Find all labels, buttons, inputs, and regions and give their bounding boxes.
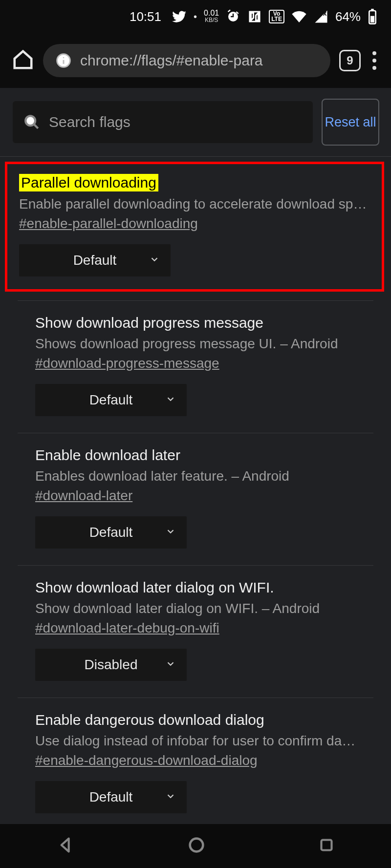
flag-hash-link[interactable]: #download-later-debug-on-wifi <box>35 620 219 636</box>
svg-rect-10 <box>322 840 332 850</box>
flag-description: Shows download progress message UI. – An… <box>35 336 356 352</box>
search-input[interactable] <box>49 114 302 130</box>
back-button[interactable] <box>56 835 75 857</box>
flag-hash-link[interactable]: #enable-parallel-downloading <box>19 216 198 232</box>
flag-title: Enable download later <box>35 447 180 464</box>
browser-toolbar: chrome://flags/#enable-para 9 <box>0 33 391 88</box>
flag-select-value: Default <box>73 253 117 268</box>
url-bar[interactable]: chrome://flags/#enable-para <box>43 44 330 77</box>
recent-apps-button[interactable] <box>318 836 335 856</box>
reset-all-button[interactable]: Reset all <box>322 99 379 146</box>
tab-count: 9 <box>347 54 353 67</box>
flag-hash-link[interactable]: #download-progress-message <box>35 356 219 371</box>
alarm-icon <box>226 9 240 24</box>
flag-select[interactable]: Default <box>35 384 187 416</box>
svg-point-7 <box>25 116 35 126</box>
flag-select-value: Disabled <box>85 657 138 673</box>
flag-hash-link[interactable]: #download-later <box>35 488 132 504</box>
search-icon <box>23 114 40 130</box>
chevron-down-icon <box>165 657 176 673</box>
flag-item: Parallel downloading Enable parallel dow… <box>5 162 384 292</box>
flags-page: Reset all Parallel downloading Enable pa… <box>0 88 391 830</box>
flag-select-value: Default <box>89 392 133 408</box>
svg-point-6 <box>63 57 65 59</box>
svg-line-8 <box>34 124 38 128</box>
flag-description: Use dialog instead of infobar for user t… <box>35 733 356 749</box>
battery-percent: 64% <box>335 9 361 24</box>
flag-select-value: Default <box>89 525 133 540</box>
search-box[interactable] <box>13 101 313 143</box>
flag-select-value: Default <box>89 789 133 805</box>
flag-title: Enable dangerous download dialog <box>35 712 264 728</box>
menu-button[interactable] <box>369 51 379 70</box>
flag-select[interactable]: Default <box>35 516 187 549</box>
network-speed: 0.01 KB/S <box>204 10 219 23</box>
status-bar: 10:51 • 0.01 KB/S VoLTE x 64% <box>0 0 391 33</box>
flag-title: Show download later dialog on WIFI. <box>35 579 274 596</box>
url-text: chrome://flags/#enable-para <box>80 52 263 69</box>
svg-rect-2 <box>371 9 373 11</box>
nfc-icon <box>247 9 262 24</box>
svg-rect-3 <box>370 16 374 22</box>
chevron-down-icon <box>149 253 160 268</box>
flag-item: Show download later dialog on WIFI. Show… <box>18 566 373 698</box>
tab-switcher[interactable]: 9 <box>339 50 361 71</box>
android-nav-bar <box>0 824 391 868</box>
svg-point-9 <box>190 839 203 852</box>
wifi-icon <box>291 9 307 24</box>
flag-hash-link[interactable]: #enable-dangerous-download-dialog <box>35 753 258 768</box>
flag-select[interactable]: Default <box>19 244 171 276</box>
flag-item: Enable dangerous download dialog Use dia… <box>18 698 373 830</box>
twitter-icon <box>172 9 187 24</box>
flag-select[interactable]: Default <box>35 781 187 813</box>
flag-description: Enable parallel downloading to accelerat… <box>19 196 370 212</box>
flag-description: Show download later dialog on WIFI. – An… <box>35 601 356 616</box>
flag-item: Enable download later Enables download l… <box>18 433 373 566</box>
chevron-down-icon <box>165 525 176 540</box>
search-row: Reset all <box>0 88 391 157</box>
reset-all-label: Reset all <box>325 113 376 131</box>
home-button[interactable] <box>187 835 206 857</box>
flag-item: Show download progress message Shows dow… <box>18 301 373 433</box>
chevron-down-icon <box>165 789 176 805</box>
home-icon[interactable] <box>12 48 34 73</box>
flag-title: Parallel downloading <box>19 174 158 191</box>
status-time: 10:51 <box>130 9 161 24</box>
notification-dot-icon: • <box>194 11 197 22</box>
signal-icon: x <box>314 9 328 24</box>
flag-title: Show download progress message <box>35 315 263 331</box>
chevron-down-icon <box>165 392 176 408</box>
flags-list: Parallel downloading Enable parallel dow… <box>0 162 391 830</box>
battery-icon <box>368 9 377 24</box>
info-icon <box>56 53 71 68</box>
svg-text:x: x <box>323 10 327 17</box>
flag-select[interactable]: Disabled <box>35 649 187 681</box>
flag-description: Enables download later feature. – Androi… <box>35 468 356 484</box>
volte-icon: VoLTE <box>269 10 284 23</box>
